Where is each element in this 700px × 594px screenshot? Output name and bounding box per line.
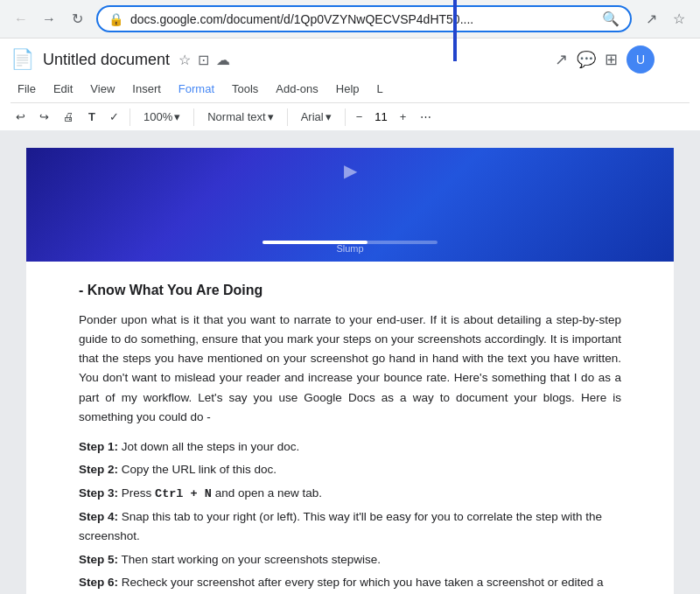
menu-format[interactable]: Format [172,79,221,99]
document-content-wrapper: ▶ Slump - Know What You Are Doing Ponder… [0,130,700,594]
toolbar-separator-4 [345,108,346,126]
step-3-code: Ctrl + N [155,487,212,500]
step-3-text2: and open a new tab. [215,486,322,500]
step-4-label: Step 4: [79,510,118,523]
avatar[interactable]: U [626,45,654,73]
font-select[interactable]: Arial ▾ [293,107,340,127]
toolbar-separator-1 [130,108,130,126]
bookmark-button[interactable]: ☆ [667,7,691,31]
print-button[interactable]: 🖨 [58,107,80,127]
step-6-label: Step 6: [79,576,118,589]
comment-icon[interactable]: 💬 [577,50,596,69]
font-size-value: 11 [371,110,390,123]
refresh-button[interactable]: ↻ [65,7,89,31]
step-6: Step 6: Recheck your screenshot after ev… [79,573,621,594]
docs-logo-icon: 📄 [10,48,34,71]
document-title[interactable]: Untitled document [43,51,170,69]
docs-toolbar: ↩ ↪ 🖨 T ✓ 100% ▾ Normal text ▾ Arial ▾ −… [10,102,690,130]
arrow-annotation [429,0,481,70]
docs-menu-bar: File Edit View Insert Format Tools Add-o… [10,77,690,101]
document-page: ▶ Slump - Know What You Are Doing Ponder… [26,148,674,594]
step-3-text: Press [122,486,155,500]
step-6-text: Recheck your screenshot after every step… [79,576,604,594]
share-button[interactable]: ↗ [639,7,663,31]
menu-file[interactable]: File [10,79,43,99]
font-size-increase[interactable]: + [395,107,412,127]
steps-list: Step 1: Jot down all the steps in your d… [79,437,621,594]
browser-top-bar: ← → ↻ 🔒 docs.google.com/document/d/1Qp0V… [0,0,700,38]
document-image: ▶ Slump [26,148,674,262]
step-2-label: Step 2: [79,463,118,476]
browser-chrome: ← → ↻ 🔒 docs.google.com/document/d/1Qp0V… [0,0,700,38]
step-5-label: Step 5: [79,553,118,566]
step-2-text: Copy the URL link of this doc. [122,463,276,476]
url-text: docs.google.com/document/d/1Qp0VZYNwQECV… [130,12,595,26]
address-search-icon[interactable]: 🔍 [602,10,620,27]
back-button[interactable]: ← [9,7,33,31]
styles-select[interactable]: Normal text ▾ [200,107,281,127]
format-paint-button[interactable]: T [83,107,101,127]
present-icon[interactable]: ⊡ [198,52,209,68]
step-3: Step 3: Press Ctrl + N and open a new ta… [79,484,621,504]
menu-view[interactable]: View [83,79,122,99]
docs-title-actions: ☆ ⊡ ☁ [178,52,230,68]
step-1-label: Step 1: [79,440,118,453]
redo-button[interactable]: ↪ [34,107,54,127]
star-icon[interactable]: ☆ [178,52,191,68]
lock-icon: 🔒 [108,12,123,26]
toolbar-separator-2 [193,108,194,126]
step-4: Step 4: Snap this tab to your right (or … [79,507,621,547]
step-5: Step 5: Then start working on your scree… [79,550,621,570]
paragraph-1: Ponder upon what is it that you want to … [79,311,621,428]
menu-l[interactable]: L [370,79,390,99]
address-bar[interactable]: 🔒 docs.google.com/document/d/1Qp0VZYNwQE… [96,5,632,32]
menu-help[interactable]: Help [329,79,367,99]
image-overlay-text: Slump [336,241,363,257]
docs-title-bar: 📄 Untitled document ☆ ⊡ ☁ ↗ 💬 ⊞ U [10,45,690,77]
section-heading: - Know What You Are Doing [79,279,621,302]
trending-icon[interactable]: ↗ [555,50,568,69]
forward-button[interactable]: → [37,7,61,31]
menu-edit[interactable]: Edit [46,79,80,99]
nav-buttons: ← → ↻ [9,7,89,31]
step-1: Step 1: Jot down all the steps in your d… [79,437,621,457]
zoom-select[interactable]: 100% ▾ [136,107,188,127]
menu-insert[interactable]: Insert [125,79,168,99]
step-1-text: Jot down all the steps in your doc. [122,440,299,453]
font-size-decrease[interactable]: − [351,107,368,127]
step-3-label: Step 3: [79,486,118,500]
step-2: Step 2: Copy the URL link of this doc. [79,460,621,479]
toolbar-separator-3 [287,108,288,126]
step-4-text: Snap this tab to your right (or left). T… [79,510,602,542]
undo-button[interactable]: ↩ [10,107,31,127]
cloud-icon[interactable]: ☁ [216,52,230,68]
menu-tools[interactable]: Tools [225,79,265,99]
more-options-button[interactable]: ⋯ [415,107,437,127]
docs-header: 📄 Untitled document ☆ ⊡ ☁ ↗ 💬 ⊞ U File E… [0,38,700,130]
step-5-text: Then start working on your screenshots s… [122,553,381,566]
menu-addons[interactable]: Add-ons [269,79,325,99]
browser-actions: ↗ ☆ [639,7,691,31]
present-view-icon[interactable]: ⊞ [605,50,618,69]
spellcheck-button[interactable]: ✓ [104,107,124,127]
